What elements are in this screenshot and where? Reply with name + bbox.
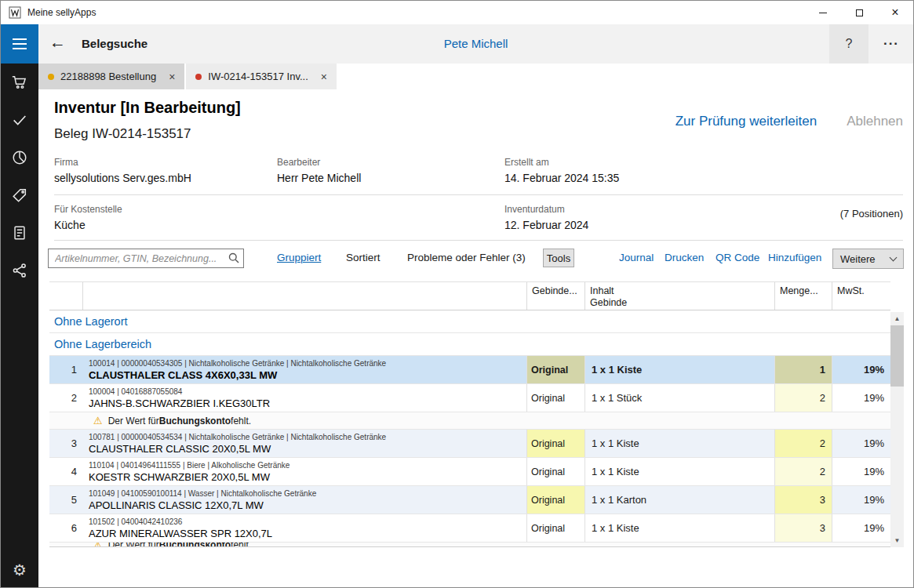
sorted-view-link[interactable]: Sortiert bbox=[346, 252, 381, 263]
article-meta: 101502 | 04004042410236 bbox=[89, 517, 526, 526]
scroll-up-icon[interactable]: ▲ bbox=[890, 312, 904, 325]
article-name: CLAUSTHALER CLASS 4X6X0,33L MW bbox=[89, 369, 526, 381]
gear-icon: ⚙ bbox=[13, 561, 27, 579]
group-row-lagerbereich[interactable]: Ohne Lagerbereich bbox=[49, 333, 890, 356]
positions-table: Gebinde... Inhalt Gebinde Menge... MwSt.… bbox=[49, 281, 890, 547]
scrollbar-thumb[interactable] bbox=[890, 325, 904, 387]
close-icon: × bbox=[891, 5, 898, 20]
tab-label: IW-0214-153517 Inv... bbox=[208, 71, 308, 82]
toolbar: Gruppiert Sortiert Probleme oder Fehler … bbox=[38, 249, 913, 270]
table-row[interactable]: 3 100781 | 00000040534534 | Nichtalkohol… bbox=[49, 430, 890, 458]
reject-button[interactable]: Ablehnen bbox=[847, 114, 903, 129]
table-row[interactable]: 5 101049 | 04100590100114 | Wasser | Nic… bbox=[49, 486, 890, 514]
pie-chart-icon[interactable] bbox=[11, 149, 28, 166]
tab-status-dot bbox=[195, 74, 202, 80]
current-user: Pete Michell bbox=[38, 37, 913, 50]
tab-bar: 22188898 Bestellung × IW-0214-153517 Inv… bbox=[38, 64, 913, 89]
tools-button[interactable]: Tools bbox=[543, 249, 574, 267]
page-title: Inventur [In Bearbeitung] bbox=[54, 99, 241, 117]
field-erstellt-am: Erstellt am 14. Februar 2024 15:35 bbox=[504, 157, 619, 184]
close-button[interactable]: × bbox=[877, 1, 913, 24]
table-row[interactable]: 2 100004 | 04016887055084 JAHNS-B.SCHWAR… bbox=[49, 384, 890, 412]
minimize-button[interactable] bbox=[805, 1, 841, 24]
article-name: JAHNS-B.SCHWARZBIER I.KEG30LTR bbox=[89, 397, 526, 409]
cart-icon[interactable] bbox=[11, 74, 28, 91]
problems-filter-link[interactable]: Probleme oder Fehler (3) bbox=[407, 252, 526, 263]
tab-bestellung[interactable]: 22188898 Bestellung × bbox=[38, 64, 184, 89]
scroll-down-icon[interactable]: ▼ bbox=[890, 534, 904, 547]
header-article[interactable] bbox=[82, 282, 526, 310]
main-content: Inventur [In Bearbeitung] Beleg IW-0214-… bbox=[38, 89, 913, 587]
search-icon[interactable] bbox=[228, 252, 239, 263]
menu-button[interactable] bbox=[1, 24, 38, 64]
tab-inventur[interactable]: IW-0214-153517 Inv... × bbox=[186, 64, 337, 89]
settings-button[interactable]: ⚙ bbox=[1, 561, 38, 579]
print-link[interactable]: Drucken bbox=[665, 252, 704, 263]
table-row[interactable]: 4 110104 | 04014964111555 | Biere | Alko… bbox=[49, 458, 890, 486]
menge-cell[interactable]: 3 bbox=[774, 514, 832, 542]
chevron-down-icon bbox=[890, 253, 898, 261]
gebinde-cell[interactable]: Original bbox=[526, 384, 584, 412]
maximize-button[interactable] bbox=[841, 1, 877, 24]
menge-cell[interactable]: 2 bbox=[774, 430, 832, 457]
mwst-cell: 19% bbox=[832, 486, 890, 514]
article-meta: 100014 | 00000040534305 | Nichtalkoholis… bbox=[89, 359, 526, 368]
check-icon[interactable] bbox=[11, 111, 28, 129]
mwst-cell: 19% bbox=[832, 430, 890, 457]
field-inventurdatum: Inventurdatum 12. Februar 2024 bbox=[504, 204, 588, 231]
share-icon[interactable] bbox=[11, 262, 28, 279]
help-icon: ? bbox=[846, 37, 853, 51]
maximize-icon bbox=[856, 9, 863, 16]
tab-status-dot bbox=[48, 74, 54, 80]
mwst-cell: 19% bbox=[832, 356, 890, 383]
inhalt-cell: 1 x 1 Kiste bbox=[584, 514, 774, 542]
menge-cell[interactable]: 3 bbox=[774, 486, 832, 514]
field-bearbeiter: Bearbeiter Herr Pete Michell bbox=[277, 157, 361, 184]
tab-close-icon[interactable]: × bbox=[321, 71, 327, 83]
more-button[interactable]: ··· bbox=[874, 24, 909, 64]
tab-label: 22188898 Bestellung bbox=[60, 71, 156, 82]
table-scrollbar[interactable]: ▲ ▼ bbox=[890, 312, 904, 547]
header-inhalt-gebinde[interactable]: Inhalt Gebinde bbox=[584, 282, 774, 310]
search-input[interactable] bbox=[48, 249, 244, 268]
header-menge[interactable]: Menge... bbox=[774, 282, 832, 310]
hamburger-icon bbox=[13, 38, 27, 40]
table-header: Gebinde... Inhalt Gebinde Menge... MwSt. bbox=[49, 281, 890, 310]
header-row-number bbox=[49, 282, 82, 310]
mwst-cell: 19% bbox=[832, 458, 890, 485]
gebinde-cell[interactable]: Original bbox=[526, 458, 584, 485]
menge-cell[interactable]: 2 bbox=[774, 458, 832, 485]
more-icon: ··· bbox=[883, 36, 899, 52]
add-link[interactable]: Hinzufügen bbox=[768, 252, 821, 263]
tab-close-icon[interactable]: × bbox=[169, 71, 175, 83]
group-row-lagerort[interactable]: Ohne Lagerort bbox=[49, 310, 890, 333]
journal-link[interactable]: Journal bbox=[619, 252, 654, 263]
grouped-view-link[interactable]: Gruppiert bbox=[277, 252, 321, 263]
menge-cell[interactable]: 2 bbox=[774, 384, 832, 412]
gebinde-cell[interactable]: Original bbox=[526, 486, 584, 514]
header-gebinde[interactable]: Gebinde... bbox=[526, 282, 584, 310]
help-button[interactable]: ? bbox=[829, 24, 868, 64]
mwst-cell: 19% bbox=[832, 514, 890, 542]
table-row[interactable]: 1 100014 | 00000040534305 | Nichtalkohol… bbox=[49, 356, 890, 384]
table-row[interactable]: 6 101502 | 04004042410236 AZUR MINERALWA… bbox=[49, 514, 890, 543]
menge-cell[interactable]: 1 bbox=[774, 356, 832, 383]
inhalt-cell: 1 x 1 Kiste bbox=[584, 356, 774, 383]
tag-icon[interactable] bbox=[11, 187, 28, 204]
journal-icon[interactable] bbox=[11, 224, 28, 241]
qr-code-link[interactable]: QR Code bbox=[716, 252, 759, 263]
more-actions-dropdown[interactable]: Weitere bbox=[832, 249, 904, 269]
gebinde-cell[interactable]: Original bbox=[526, 356, 584, 383]
inhalt-cell: 1 x 1 Karton bbox=[584, 486, 774, 514]
divider bbox=[54, 194, 903, 195]
article-meta: 101049 | 04100590100114 | Wasser | Nicht… bbox=[89, 489, 526, 498]
titlebar: Meine sellyApps × bbox=[1, 1, 913, 24]
header-mwst[interactable]: MwSt. bbox=[832, 282, 890, 310]
article-name: APOLLINARIS CLASSIC 12X0,7L MW bbox=[89, 499, 526, 511]
field-firma: Firma sellysolutions Serv.ges.mbH bbox=[54, 157, 191, 184]
divider bbox=[54, 240, 903, 241]
gebinde-cell[interactable]: Original bbox=[526, 430, 584, 457]
window-title: Meine sellyApps bbox=[27, 7, 96, 18]
forward-for-review-button[interactable]: Zur Prüfung weiterleiten bbox=[675, 114, 817, 129]
gebinde-cell[interactable]: Original bbox=[526, 514, 584, 542]
